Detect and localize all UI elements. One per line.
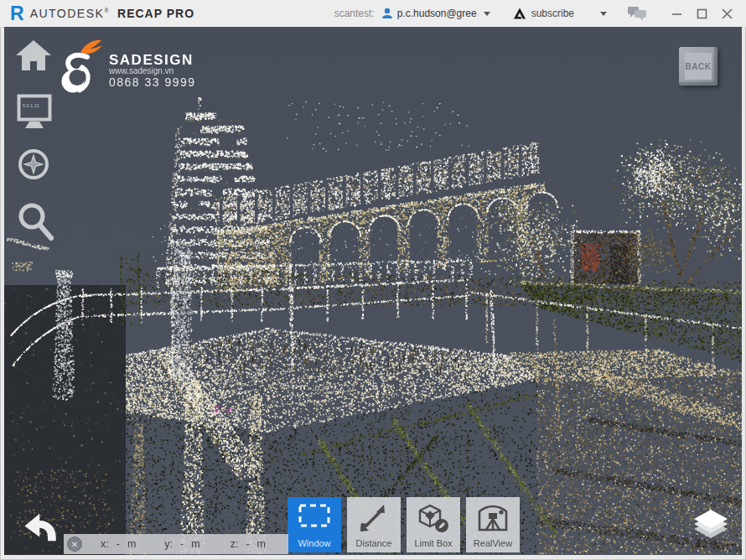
caret-down-icon <box>484 12 490 16</box>
tool-window-label: Window <box>298 538 330 548</box>
tool-realview-label: RealView <box>474 538 512 548</box>
limit-box-icon <box>417 503 450 535</box>
undo-arrow-icon <box>15 508 59 547</box>
realview-icon <box>476 503 510 533</box>
z-unit: m <box>257 538 266 550</box>
layers-icon <box>691 506 731 545</box>
tool-distance-label: Distance <box>356 538 392 548</box>
maximize-button[interactable] <box>691 4 712 23</box>
sidebar-item-navigation[interactable] <box>18 148 49 184</box>
z-label: z: <box>231 538 239 550</box>
feedback-chat-button[interactable] <box>627 6 647 21</box>
recap-logo-icon: R <box>10 4 24 23</box>
app-brand: R AUTODESK® RECAP PRO <box>10 4 194 23</box>
app-version: 6.0.1.21 <box>23 103 39 108</box>
brand-text: AUTODESK <box>30 7 105 20</box>
tool-limit-box-label: Limit Box <box>414 538 452 548</box>
user-icon <box>381 8 393 19</box>
z-value: - <box>246 538 249 550</box>
coordinate-y: y: - m <box>164 538 199 550</box>
y-label: y: <box>164 538 173 550</box>
chat-icon <box>627 6 647 21</box>
tool-window-button[interactable]: Window <box>288 497 341 552</box>
titlebar-right: scantest: p.c.hudson@gree subscribe <box>334 4 738 23</box>
account-email: p.c.hudson@gree <box>397 8 477 19</box>
viewcube-back-face[interactable]: BACK <box>685 53 712 80</box>
x-value: - <box>117 538 120 550</box>
product-name: RECAP PRO <box>117 7 194 20</box>
sidebar-item-display[interactable]: 6.0.1.21 <box>17 94 52 132</box>
coordinate-z: z: - m <box>231 538 266 550</box>
undo-view-button[interactable] <box>15 508 59 550</box>
coordinate-x: x: - m <box>101 538 136 550</box>
subscribe-label: subscribe <box>531 8 574 19</box>
y-unit: m <box>191 538 199 550</box>
sidebar-item-search[interactable] <box>17 201 55 248</box>
watermark-name: SADESIGN <box>109 54 196 66</box>
window-controls <box>666 4 738 23</box>
watermark: SADESIGN www.sadesign.vn 0868 33 9999 <box>52 39 196 97</box>
y-value: - <box>180 538 184 550</box>
viewcube[interactable]: BACK <box>679 47 718 86</box>
watermark-phone: 0868 33 9999 <box>109 75 196 89</box>
titlebar: R AUTODESK® RECAP PRO scantest: p.c.huds… <box>0 0 746 28</box>
x-unit: m <box>127 538 136 550</box>
coordinate-bar: ✕ x: - m y: - m z: - m <box>64 534 288 554</box>
account-menu[interactable]: p.c.hudson@gree <box>381 8 490 19</box>
recap-window: R AUTODESK® RECAP PRO scantest: p.c.huds… <box>0 0 746 560</box>
x-label: x: <box>101 538 109 550</box>
caret-down-icon <box>600 12 607 16</box>
tool-limit-box-button[interactable]: Limit Box <box>407 497 460 552</box>
subscribe-menu[interactable]: subscribe <box>512 6 607 21</box>
sidebar-item-home[interactable] <box>15 39 52 75</box>
viewport <box>4 27 742 555</box>
registered-mark: ® <box>104 8 110 13</box>
sadesign-logo-icon <box>52 39 102 97</box>
brand-name: AUTODESK® <box>30 7 110 20</box>
search-icon <box>17 201 55 245</box>
tool-distance-button[interactable]: Distance <box>347 497 401 552</box>
autodesk-logo-icon <box>512 6 527 21</box>
point-cloud-scene[interactable] <box>4 27 742 555</box>
close-button[interactable] <box>716 4 738 23</box>
distance-icon <box>359 503 389 533</box>
compass-icon <box>18 148 49 180</box>
scan-name-label: scantest: <box>334 8 375 19</box>
minimize-button[interactable] <box>666 4 687 23</box>
layers-button[interactable] <box>691 506 731 548</box>
coordinate-target-icon: ✕ <box>67 537 82 552</box>
window-select-icon <box>298 503 331 528</box>
tool-realview-button[interactable]: RealView <box>466 497 520 552</box>
